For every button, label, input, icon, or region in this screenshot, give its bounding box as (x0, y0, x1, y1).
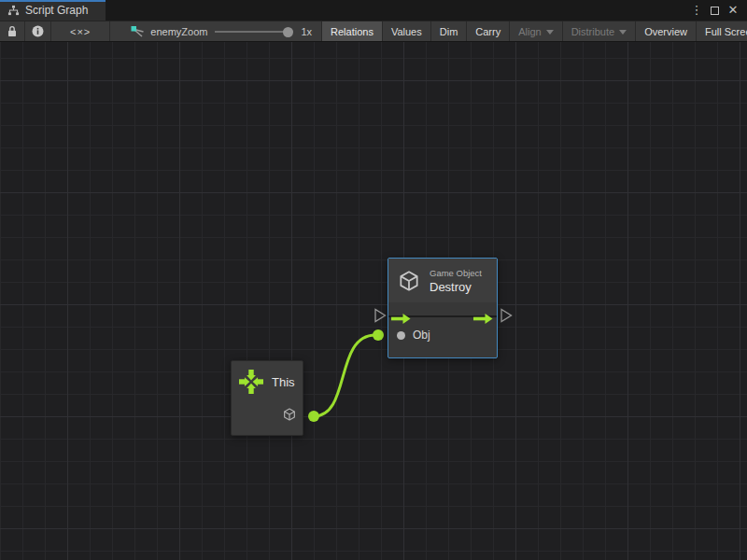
this-node-title: This (272, 375, 295, 389)
zoom-slider[interactable] (215, 26, 293, 37)
carry-button[interactable]: Carry (467, 21, 510, 41)
control-output-triangle-port[interactable] (501, 310, 512, 322)
toolbar-middle: enemy Zoom 1x (110, 21, 322, 41)
zoom-slider-handle[interactable] (283, 27, 293, 37)
graph-toolbar: <×> enemy Zoom 1x (0, 21, 747, 42)
obj-input-port-row: Obj (397, 329, 430, 342)
chevron-down-icon (546, 30, 554, 35)
flow-graph-icon (131, 25, 146, 38)
destroy-node-subtitle: Game Object (430, 268, 482, 278)
tab-script-graph[interactable]: Script Graph (0, 0, 106, 21)
graph-canvas[interactable]: This Game Object Dest (0, 42, 747, 560)
wire-source-dot[interactable] (308, 411, 319, 422)
info-icon (32, 25, 44, 37)
game-object-cube-icon (397, 269, 421, 293)
dim-button[interactable]: Dim (431, 21, 468, 41)
info-button[interactable] (25, 21, 51, 41)
zoom-slider-track[interactable] (215, 31, 293, 33)
flow-exit-arrow-icon[interactable] (473, 311, 493, 321)
destroy-node-header: Game Object Destroy (388, 259, 497, 302)
close-icon[interactable]: ✕ (726, 0, 740, 21)
control-input-triangle-port[interactable] (375, 310, 386, 322)
full-screen-button[interactable]: Full Screen (697, 21, 747, 41)
overview-button[interactable]: Overview (636, 21, 697, 41)
align-label: Align (518, 26, 541, 37)
tab-active-accent (0, 0, 106, 2)
maximize-icon[interactable] (711, 7, 719, 15)
obj-port-dot[interactable] (397, 331, 405, 340)
overview-label: Overview (644, 26, 687, 37)
align-dropdown[interactable]: Align (510, 21, 562, 41)
game-object-output-port[interactable] (282, 407, 297, 422)
window-controls: ⋮ ✕ (690, 0, 747, 21)
script-graph-window: Script Graph ⋮ ✕ (0, 0, 747, 560)
zoom-value: 1x (301, 26, 312, 37)
flow-enter-arrow-icon[interactable] (391, 311, 411, 321)
chevron-down-icon (619, 30, 627, 35)
tab-title: Script Graph (25, 4, 88, 17)
graph-breadcrumb[interactable]: enemy (131, 25, 181, 38)
wire-target-dot[interactable] (373, 329, 384, 341)
carry-label: Carry (475, 26, 500, 37)
this-node-header: This (232, 361, 303, 394)
values-button[interactable]: Values (383, 21, 431, 41)
obj-port-label: Obj (413, 329, 430, 342)
values-label: Values (391, 26, 422, 37)
node-this[interactable]: This (231, 360, 303, 436)
graph-tree-icon (7, 5, 20, 16)
lock-icon (7, 25, 18, 37)
dim-label: Dim (440, 26, 458, 37)
this-icon (239, 370, 263, 394)
menu-icon[interactable]: ⋮ (690, 0, 703, 21)
code-icon: <×> (70, 26, 91, 37)
relations-label: Relations (331, 26, 374, 37)
zoom-control: Zoom 1x (181, 26, 312, 37)
code-view-button[interactable]: <×> (51, 21, 110, 41)
distribute-label: Distribute (571, 26, 614, 37)
node-destroy[interactable]: Game Object Destroy Obj (388, 258, 498, 358)
graph-wire-layer (0, 42, 747, 560)
zoom-label: Zoom (181, 26, 207, 37)
destroy-node-title: Destroy (430, 280, 482, 294)
distribute-dropdown[interactable]: Distribute (563, 21, 636, 41)
titlebar: Script Graph ⋮ ✕ (0, 0, 747, 21)
full-screen-label: Full Screen (705, 26, 747, 37)
relations-button[interactable]: Relations (322, 21, 383, 41)
graph-name: enemy (150, 26, 181, 37)
wire-this-to-destroy[interactable] (314, 335, 375, 416)
lock-button[interactable] (0, 21, 25, 41)
